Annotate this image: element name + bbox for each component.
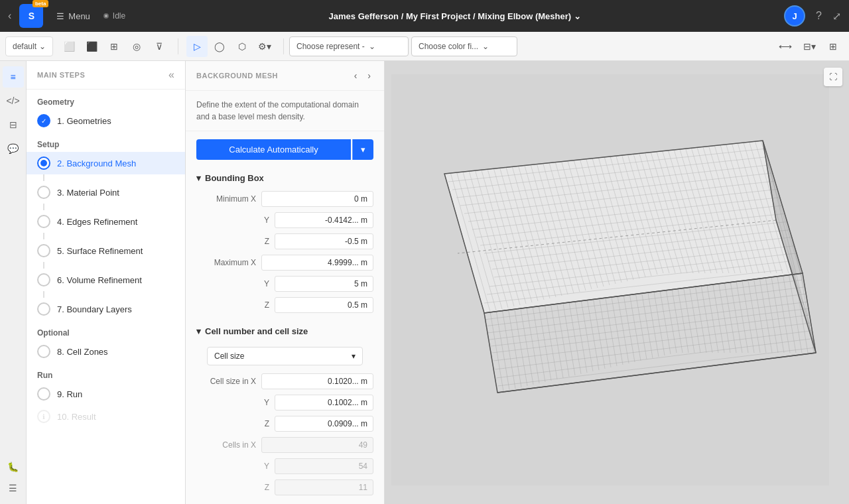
max-y-axis: Y [261,279,269,288]
max-x-value[interactable]: 4.9999... m [261,255,373,271]
menu-button[interactable]: ☰ Menu [51,9,96,24]
min-x-value[interactable]: 0 m [261,191,373,207]
ruler-btn[interactable]: ⟷ [775,36,796,57]
min-y-value[interactable]: -0.4142... m [275,212,373,228]
chevron-down-icon: ⌄ [39,42,46,51]
bounding-box-arrow: ▾ [196,173,201,183]
steps-collapse-btn[interactable]: « [168,69,174,81]
main-content: ≡ </> ⊟ 💬 🐛 ☰ MAIN STEPS « Geometry ✓ 1.… [0,61,849,504]
wireframe-view-btn[interactable]: ⬛ [81,36,102,57]
cell-size-z-value[interactable]: 0.0909... m [275,416,373,432]
step-connector [43,262,44,269]
steps-title: MAIN STEPS [37,71,85,79]
run-section-label: Run [27,363,185,383]
toolbar-separator-2 [283,38,284,54]
step-item-3[interactable]: 3. Material Point [27,181,185,204]
step-circle-5 [37,244,50,257]
viewport[interactable]: ⛶ [385,61,849,504]
viewport-tools: ⛶ [824,68,842,86]
sidebar-list-btn[interactable]: ☰ [3,477,24,499]
bounding-box-label: Bounding Box [205,173,264,183]
default-view-dropdown[interactable]: default ⌄ [5,36,53,56]
max-x-row: Maximum X 4.9999... m [186,252,384,273]
detail-next-btn[interactable]: › [365,69,373,82]
maximum-label: Maximum X [196,258,256,267]
bounding-box-section[interactable]: ▾ Bounding Box [186,168,384,188]
layout-btn[interactable]: ⊟▾ [799,36,820,57]
cells-in-label: Cells in X [196,440,256,450]
detail-description: Define the extent of the computational d… [186,91,384,131]
step-item-1[interactable]: ✓ 1. Geometries [27,109,185,132]
sidebar-table-btn[interactable]: ⊟ [3,114,24,135]
csy-axis: Y [261,398,269,407]
min-z-axis: Z [261,237,269,246]
calculate-automatically-btn[interactable]: Calculate Automatically [196,139,351,160]
represent-dropdown[interactable]: Choose represent - ⌄ [289,36,409,56]
outline-btn[interactable]: ◎ [126,36,147,57]
geometry-section-label: Geometry [27,90,185,109]
min-z-value[interactable]: -0.5 m [275,233,373,249]
step-circle-9 [37,387,50,401]
icon-sidebar: ≡ </> ⊟ 💬 🐛 ☰ [0,61,27,504]
csz-axis: Z [261,419,269,428]
step-item-4[interactable]: 4. Edges Refinement [27,210,185,233]
max-z-value[interactable]: 0.5 m [275,297,373,313]
cell-size-select[interactable]: Cell size ▾ [207,347,363,365]
filter-btn[interactable]: ⊽ [149,36,170,57]
sidebar-code-btn[interactable]: </> [3,90,24,111]
detail-prev-btn[interactable]: ‹ [352,69,360,82]
rotate-btn[interactable]: ⬡ [231,36,253,57]
sidebar-bug-btn[interactable]: 🐛 [3,456,24,477]
step-label-2: 2. Background Mesh [57,158,136,168]
expand-icon[interactable]: ⤢ [832,10,841,23]
step-item-7[interactable]: 7. Boundary Layers [27,298,185,320]
cell-size-label: Cell size in X [196,377,256,386]
cell-size-y-value[interactable]: 0.1002... m [275,395,373,410]
step-item-9[interactable]: 9. Run [27,383,185,405]
cells-y-value: 54 [275,458,373,474]
step-circle-1: ✓ [37,114,50,127]
step-item-2[interactable]: 2. Background Mesh [27,152,185,174]
cells-y-row: Y 54 [186,456,384,477]
cell-section-header[interactable]: ▾ Cell number and cell size [186,321,384,342]
calc-arrow-btn[interactable]: ▾ [352,139,373,160]
max-y-value[interactable]: 5 m [275,276,373,292]
help-icon[interactable]: ? [816,10,822,22]
camera-btn[interactable]: ◯ [209,36,230,57]
min-y-axis: Y [261,216,269,225]
sidebar-steps-btn[interactable]: ≡ [3,66,24,88]
app-logo: S beta [19,4,43,28]
status-dot [103,13,109,19]
grid-btn[interactable]: ⊞ [822,36,844,57]
topbar-actions: J ? ⤢ [784,5,841,27]
mesh-visualization [391,74,829,485]
view-type-group: ⬜ ⬛ ⊞ ◎ ⊽ [56,36,172,57]
select-arrow-icon: ▾ [352,351,356,361]
back-icon[interactable]: ‹ [8,10,11,22]
step-label-3: 3. Material Point [57,188,119,198]
viewport-type-group: ▷ ◯ ⬡ ⚙▾ [184,36,278,57]
setup-section-label: Setup [27,132,185,152]
view-toolbar: default ⌄ ⬜ ⬛ ⊞ ◎ ⊽ ▷ ◯ ⬡ ⚙▾ Choose repr… [0,32,849,61]
step-item-8[interactable]: 8. Cell Zones [27,340,185,363]
step-item-10: ℹ 10. Result [27,405,185,428]
chevron-down-icon: ⌄ [369,42,375,51]
cells-z-value: 11 [275,479,373,495]
user-avatar[interactable]: J [784,5,805,27]
beta-badge: beta [33,0,48,7]
sidebar-chat-btn[interactable]: 💬 [3,138,24,159]
detail-panel: BACKGROUND MESH ‹ › Define the extent of… [186,61,385,504]
detail-title: BACKGROUND MESH [196,72,278,80]
perspective-btn[interactable]: ▷ [186,36,208,57]
surface-edge-btn[interactable]: ⊞ [103,36,125,57]
cell-size-x-value[interactable]: 0.1020... m [261,373,373,389]
more-btn[interactable]: ⚙▾ [254,36,275,57]
step-item-6[interactable]: 6. Volume Refinement [27,269,185,291]
step-item-5[interactable]: 5. Surface Refinement [27,239,185,262]
color-dropdown[interactable]: Choose color fi... ⌄ [411,36,517,56]
cell-size-x-row: Cell size in X 0.1020... m [186,371,384,392]
surface-view-btn[interactable]: ⬜ [58,36,80,57]
cell-size-y-row: Y 0.1002... m [186,392,384,413]
viewport-fullscreen-btn[interactable]: ⛶ [824,68,842,86]
step-circle-2 [37,157,50,170]
